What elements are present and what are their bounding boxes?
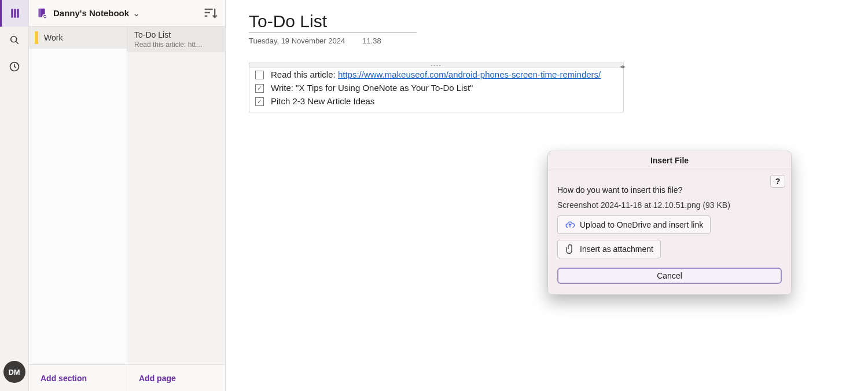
container-drag-handle[interactable]: •••• bbox=[249, 63, 623, 68]
paperclip-icon bbox=[565, 244, 575, 254]
section-name: Work bbox=[44, 33, 62, 42]
checkbox-checked[interactable] bbox=[255, 84, 264, 93]
todo-item[interactable]: Write: "X Tips for Using OneNote as Your… bbox=[249, 81, 623, 94]
notebook-picker[interactable]: Danny's Notebook ⌄ bbox=[29, 0, 225, 27]
section-item[interactable]: Work bbox=[29, 27, 127, 49]
checkbox-checked[interactable] bbox=[255, 97, 264, 106]
svg-rect-7 bbox=[39, 8, 40, 17]
upload-label: Upload to OneDrive and insert link bbox=[580, 220, 703, 229]
todo-link[interactable]: https://www.makeuseof.com/android-phones… bbox=[338, 70, 601, 79]
cloud-upload-icon bbox=[565, 220, 575, 230]
page-time: 11.38 bbox=[362, 36, 381, 45]
page-item-preview: Read this article: htt… bbox=[134, 41, 218, 49]
page-canvas[interactable]: To-Do List Tuesday, 19 November 2024 11.… bbox=[226, 0, 868, 391]
svg-point-3 bbox=[10, 36, 16, 42]
search-icon bbox=[9, 34, 20, 46]
todo-item[interactable]: Read this article: https://www.makeuseof… bbox=[249, 68, 623, 81]
rail-search[interactable] bbox=[0, 27, 28, 53]
svg-rect-1 bbox=[14, 9, 16, 18]
dialog-title: Insert File bbox=[548, 151, 791, 170]
clock-icon bbox=[9, 61, 20, 72]
container-resize-handle[interactable]: ◂▸ bbox=[620, 63, 626, 70]
notebook-icon bbox=[9, 8, 21, 19]
cancel-button[interactable]: Cancel bbox=[557, 268, 782, 284]
section-color-tab bbox=[35, 31, 38, 44]
todo-text: Pitch 2-3 New Article Ideas bbox=[271, 96, 374, 106]
checkbox-unchecked[interactable] bbox=[255, 71, 264, 79]
app-rail: DM bbox=[0, 0, 29, 391]
todo-prefix: Read this article: bbox=[271, 70, 338, 79]
note-container[interactable]: •••• ◂▸ Read this article: https://www.m… bbox=[249, 63, 624, 112]
svg-rect-2 bbox=[17, 9, 19, 18]
dialog-filename: Screenshot 2024-11-18 at 12.10.51.png (9… bbox=[557, 200, 782, 210]
todo-item[interactable]: Pitch 2-3 New Article Ideas bbox=[249, 94, 623, 112]
upload-onedrive-button[interactable]: Upload to OneDrive and insert link bbox=[557, 215, 711, 234]
todo-text: Write: "X Tips for Using OneNote as Your… bbox=[271, 83, 473, 93]
navigation-pane: Danny's Notebook ⌄ Work To-Do List Read … bbox=[29, 0, 226, 391]
page-item-title: To-Do List bbox=[134, 30, 218, 39]
page-title[interactable]: To-Do List bbox=[249, 9, 417, 33]
page-item[interactable]: To-Do List Read this article: htt… bbox=[127, 27, 225, 52]
svg-line-4 bbox=[16, 42, 18, 44]
rail-notebooks[interactable] bbox=[0, 0, 28, 27]
add-section-button[interactable]: Add section bbox=[29, 365, 127, 391]
svg-point-8 bbox=[42, 13, 47, 19]
insert-file-dialog: Insert File ? How do you want to insert … bbox=[547, 151, 792, 295]
page-date: Tuesday, 19 November 2024 bbox=[249, 36, 345, 45]
avatar[interactable]: DM bbox=[3, 361, 25, 383]
help-button[interactable]: ? bbox=[770, 175, 785, 188]
notebook-title: Danny's Notebook bbox=[53, 8, 129, 18]
sort-icon bbox=[202, 5, 218, 21]
notebook-sync-icon bbox=[36, 7, 49, 20]
sort-button[interactable] bbox=[202, 5, 218, 21]
sections-column: Work bbox=[29, 27, 127, 364]
attach-label: Insert as attachment bbox=[580, 244, 653, 254]
add-page-button[interactable]: Add page bbox=[127, 365, 225, 391]
rail-recents[interactable] bbox=[0, 53, 28, 80]
todo-text: Read this article: https://www.makeuseof… bbox=[271, 70, 601, 79]
pages-column: To-Do List Read this article: htt… bbox=[127, 27, 225, 364]
chevron-down-icon: ⌄ bbox=[133, 8, 140, 19]
insert-attachment-button[interactable]: Insert as attachment bbox=[557, 240, 661, 258]
dialog-question: How do you want to insert this file? bbox=[557, 185, 782, 195]
svg-rect-0 bbox=[11, 9, 13, 18]
